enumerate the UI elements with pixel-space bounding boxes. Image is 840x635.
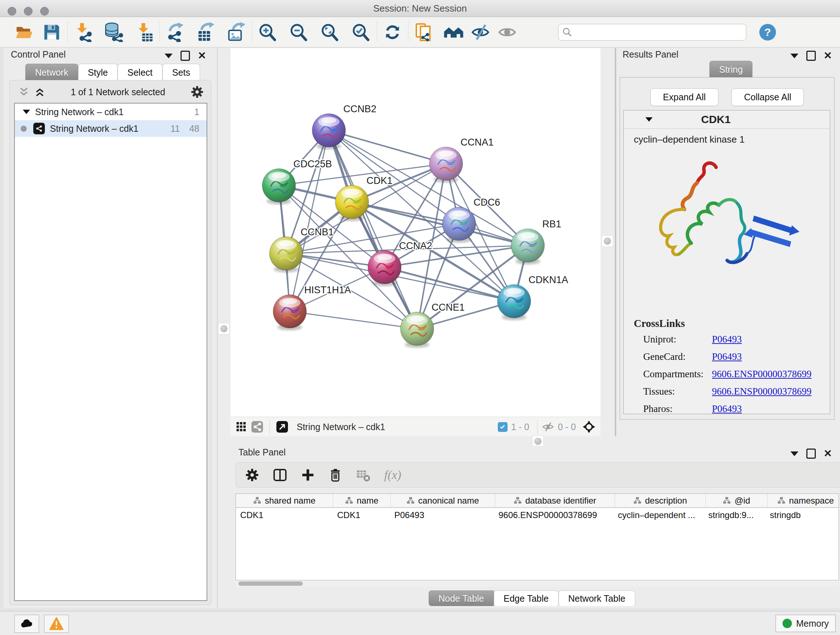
hidden-eye-icon[interactable] bbox=[542, 421, 554, 433]
scrollbar-thumb[interactable] bbox=[238, 581, 303, 586]
float-panel-icon[interactable] bbox=[806, 51, 816, 61]
network-node-RB1[interactable] bbox=[511, 229, 545, 264]
zoom-out-button[interactable] bbox=[288, 22, 309, 43]
collapse-panel-icon[interactable] bbox=[790, 451, 798, 456]
gene-card-header[interactable]: CDK1 bbox=[624, 111, 830, 129]
import-network-database-button[interactable] bbox=[103, 22, 124, 43]
expand-all-button[interactable]: Expand All bbox=[651, 88, 718, 106]
cloud-status-button[interactable] bbox=[14, 615, 39, 633]
new-network-from-selection-button[interactable] bbox=[414, 22, 434, 43]
column-header[interactable]: database identifier bbox=[495, 494, 615, 507]
table-row[interactable]: CDK1CDK1P064939606.ENSP00000378699cyclin… bbox=[236, 508, 838, 523]
table-cell[interactable]: CDK1 bbox=[236, 510, 333, 520]
column-header-label: description bbox=[645, 496, 687, 506]
close-panel-icon[interactable]: ✕ bbox=[198, 52, 206, 60]
node-table[interactable]: shared namenamecanonical namedatabase id… bbox=[235, 494, 839, 580]
vertical-splitter-left[interactable] bbox=[217, 48, 231, 608]
gene-expanded-icon[interactable] bbox=[645, 117, 653, 122]
column-header[interactable]: namespace bbox=[767, 494, 839, 507]
column-header[interactable]: name bbox=[333, 494, 391, 507]
crosslink-link[interactable]: 9606.ENSP00000378699 bbox=[712, 386, 812, 397]
network-node-CDC25B[interactable] bbox=[262, 169, 295, 204]
network-canvas[interactable]: CCNB2CCNA1CDC25BCDK1CDC6RB1CCNB1CCNA2CDK… bbox=[231, 48, 600, 417]
tab-network[interactable]: Network bbox=[25, 64, 78, 81]
function-builder-button[interactable]: f(x) bbox=[384, 468, 401, 482]
hide-selected-button[interactable] bbox=[470, 22, 491, 43]
help-button[interactable]: ? bbox=[759, 24, 776, 41]
column-header[interactable]: canonical name bbox=[391, 494, 495, 507]
crosslink-link[interactable]: P06493 bbox=[712, 351, 742, 363]
column-header[interactable]: shared name bbox=[236, 494, 333, 507]
tab-network-table[interactable]: Network Table bbox=[559, 591, 635, 606]
table-cell[interactable]: stringdb:9... bbox=[704, 510, 766, 520]
export-image-button[interactable] bbox=[226, 22, 247, 43]
zoom-fit-button[interactable] bbox=[319, 22, 340, 43]
network-node-CDKN1A[interactable] bbox=[497, 285, 531, 320]
collapse-all-button[interactable]: Collapse All bbox=[731, 88, 804, 106]
show-all-button[interactable] bbox=[497, 22, 518, 43]
tab-node-table[interactable]: Node Table bbox=[429, 591, 494, 606]
column-header[interactable]: @id bbox=[706, 494, 767, 507]
collection-expanded-icon[interactable] bbox=[23, 110, 30, 114]
save-session-button[interactable] bbox=[41, 22, 62, 43]
first-neighbors-button[interactable] bbox=[443, 22, 464, 43]
delete-column-icon[interactable] bbox=[328, 468, 342, 482]
zoom-selected-button[interactable] bbox=[351, 22, 371, 43]
show-columns-icon[interactable] bbox=[273, 468, 287, 482]
network-node-HIST1H1A[interactable] bbox=[273, 295, 306, 331]
network-node-CCNA1[interactable] bbox=[429, 147, 463, 183]
table-cell[interactable]: CDK1 bbox=[333, 510, 390, 520]
splitter-grip[interactable] bbox=[218, 323, 230, 334]
zoom-in-button[interactable] bbox=[257, 22, 278, 43]
tab-select[interactable]: Select bbox=[118, 64, 162, 81]
tab-sets[interactable]: Sets bbox=[163, 64, 200, 81]
network-collection-row[interactable]: String Network – cdk1 1 bbox=[15, 103, 207, 120]
collapse-all-networks-icon[interactable] bbox=[19, 87, 29, 97]
import-table-button[interactable] bbox=[134, 22, 155, 43]
column-header[interactable]: description bbox=[615, 494, 706, 507]
splitter-grip[interactable] bbox=[602, 235, 613, 247]
horizontal-scrollbar[interactable] bbox=[235, 580, 838, 587]
memory-button[interactable]: Memory bbox=[775, 615, 836, 632]
collapse-panel-icon[interactable] bbox=[164, 54, 172, 58]
table-cell[interactable]: cyclin–dependent ... bbox=[614, 510, 704, 520]
fit-selected-button[interactable] bbox=[579, 416, 598, 437]
float-panel-icon[interactable] bbox=[180, 51, 190, 61]
delete-table-icon[interactable] bbox=[356, 468, 370, 482]
float-panel-icon[interactable] bbox=[806, 448, 816, 459]
table-cell[interactable]: 9606.ENSP00000378699 bbox=[494, 510, 614, 520]
network-node-CCNB1[interactable] bbox=[270, 237, 303, 272]
search-input[interactable] bbox=[572, 27, 733, 38]
expand-all-networks-icon[interactable] bbox=[34, 87, 45, 97]
export-network-button[interactable] bbox=[165, 22, 186, 43]
crosslink-link[interactable]: P06493 bbox=[712, 334, 742, 345]
collapse-panel-icon[interactable] bbox=[790, 54, 798, 58]
export-table-button[interactable] bbox=[195, 22, 216, 43]
selected-nodes-checkbox[interactable] bbox=[498, 422, 508, 432]
network-node-CCNE1[interactable] bbox=[401, 312, 434, 348]
close-panel-icon[interactable]: ✕ bbox=[824, 450, 832, 458]
close-panel-icon[interactable]: ✕ bbox=[824, 52, 832, 60]
tab-string[interactable]: String bbox=[709, 61, 752, 78]
table-cell[interactable]: P06493 bbox=[390, 510, 494, 520]
string-network-graph[interactable]: CCNB2CCNA1CDC25BCDK1CDC6RB1CCNB1CCNA2CDK… bbox=[231, 48, 600, 417]
crosslink-link[interactable]: P06493 bbox=[712, 403, 742, 415]
collection-count: 1 bbox=[194, 107, 199, 117]
apply-layout-button[interactable] bbox=[382, 22, 403, 43]
birdseye-view-button[interactable] bbox=[233, 416, 249, 437]
network-row[interactable]: String Network – cdk1 11 48 bbox=[15, 120, 207, 137]
open-in-browser-button[interactable] bbox=[274, 416, 290, 437]
network-overview-button[interactable] bbox=[249, 416, 265, 437]
network-node-CDC6[interactable] bbox=[442, 207, 476, 243]
tab-style[interactable]: Style bbox=[78, 64, 118, 81]
crosslink-link[interactable]: 9606.ENSP00000378699 bbox=[712, 369, 812, 380]
zoom-selected-icon bbox=[352, 23, 370, 42]
import-network-file-button[interactable] bbox=[73, 22, 94, 43]
warnings-button[interactable] bbox=[44, 615, 69, 633]
network-options-gear-icon[interactable] bbox=[191, 86, 204, 98]
open-session-button[interactable] bbox=[14, 22, 35, 43]
tab-edge-table[interactable]: Edge Table bbox=[494, 591, 559, 606]
table-cell[interactable]: stringdb bbox=[766, 510, 839, 520]
table-options-gear-icon[interactable] bbox=[245, 468, 259, 482]
add-column-icon[interactable] bbox=[301, 468, 315, 482]
